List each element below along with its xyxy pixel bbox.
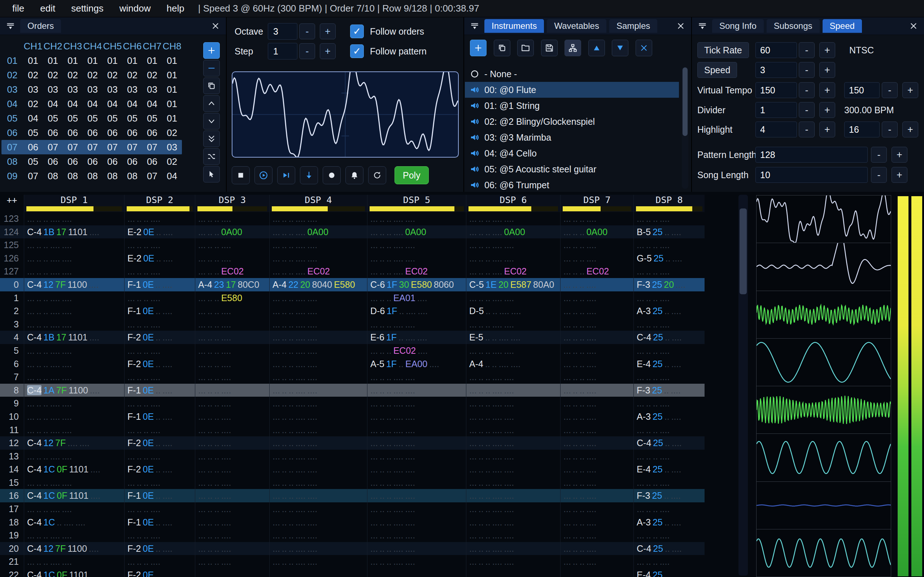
order-cell[interactable]: 01	[122, 53, 142, 68]
pattern-cell[interactable]: ...........	[195, 397, 269, 410]
tab-instruments[interactable]: Instruments	[485, 19, 544, 33]
order-cell[interactable]: 07	[102, 140, 122, 154]
order-cell[interactable]: 07	[23, 169, 43, 183]
pattern-cell[interactable]: ...............	[24, 502, 124, 516]
order-cell[interactable]: 05	[23, 126, 43, 140]
pattern-cell[interactable]: ...........	[560, 423, 633, 437]
pattern-cell[interactable]: ...............	[269, 436, 367, 450]
step-plus-button[interactable]: +	[320, 43, 336, 59]
order-cell[interactable]: 03	[82, 82, 102, 97]
pattern-cell[interactable]: ...............	[269, 568, 367, 577]
orders-row-09[interactable]: 090708080808080704	[2, 169, 182, 183]
pattern-cell[interactable]: ...............	[269, 384, 367, 397]
song-info-close-icon[interactable]	[908, 20, 920, 32]
order-edit-button[interactable]	[203, 166, 220, 182]
pattern-cell[interactable]: ...............	[24, 212, 124, 226]
pattern-cell[interactable]: E-425......	[633, 357, 704, 371]
pattern-cell[interactable]: D-61F..........	[367, 305, 466, 318]
pattern-cell[interactable]: F-325......	[633, 384, 704, 397]
order-cell[interactable]: 03	[102, 82, 122, 97]
pattern-cell[interactable]: ...........	[633, 502, 704, 516]
pattern-cell[interactable]: ...........	[560, 371, 633, 384]
pattern-cell[interactable]: ...........	[633, 423, 704, 437]
order-cell[interactable]: 08	[82, 169, 102, 183]
pattern-cell[interactable]: .......0A00	[560, 226, 633, 239]
pattern-cell[interactable]: ...........	[195, 489, 269, 502]
instruments-close-icon[interactable]	[675, 20, 687, 32]
pattern-row-7[interactable]: 7.......................................…	[0, 371, 704, 384]
orders-row-01[interactable]: 010101010101010101	[2, 53, 182, 68]
order-cell[interactable]: 08	[63, 169, 82, 183]
order-cell[interactable]: 03	[142, 82, 162, 97]
pattern-cell[interactable]: ...............	[269, 476, 367, 489]
instrument-item-none[interactable]: - None -	[465, 66, 679, 82]
pattern-cell[interactable]: ...............	[367, 555, 466, 568]
pattern-cell[interactable]: ...........	[195, 529, 269, 542]
pattern-cell[interactable]: E-61F..........	[367, 331, 466, 344]
order-cell[interactable]: 06	[122, 126, 142, 140]
pattern-cell[interactable]: ...........	[560, 305, 633, 318]
pattern-cell[interactable]: ...........	[560, 555, 633, 568]
pattern-cell[interactable]: ...........	[124, 476, 195, 489]
pattern-cell[interactable]: ...........	[633, 371, 704, 384]
orders-row-08[interactable]: 080506060606060602	[2, 154, 182, 169]
pattern-cell[interactable]: ...............	[24, 357, 124, 371]
order-cell[interactable]: 01	[43, 53, 63, 68]
order-cell[interactable]: 06	[142, 154, 162, 169]
pattern-row-9[interactable]: 9.......................................…	[0, 397, 704, 410]
instruments-scrollbar[interactable]	[682, 67, 688, 189]
order-cell[interactable]: 06	[63, 126, 82, 140]
order-cell[interactable]: 07	[43, 140, 63, 154]
instrument-item-0[interactable]: 00: @0 Flute	[465, 82, 679, 98]
pattern-row-1[interactable]: 1.................................E580..…	[0, 292, 704, 305]
move-order-down-button[interactable]	[203, 113, 220, 129]
pattern-cell[interactable]: .......0A00	[195, 226, 269, 239]
pattern-cell[interactable]: D-5............	[466, 305, 560, 318]
pattern-cell[interactable]: ...............	[24, 423, 124, 437]
pattern-row-16[interactable]: 16C-41C0F1101....F-10E..................…	[0, 489, 704, 502]
pattern-cell[interactable]: C-425......	[633, 331, 704, 344]
pattern-cell[interactable]: ...........	[195, 331, 269, 344]
pattern-cell[interactable]: E-425......	[633, 568, 704, 577]
pattern-cell[interactable]: ...............	[466, 371, 560, 384]
order-cell[interactable]: 01	[162, 111, 182, 126]
pattern-cell[interactable]: ...........	[560, 502, 633, 516]
pattern-cell[interactable]: A-4............	[466, 357, 560, 371]
delete-instrument-button[interactable]	[636, 40, 652, 56]
pattern-cell[interactable]: ...........	[124, 555, 195, 568]
pattern-cell[interactable]: ...........	[633, 555, 704, 568]
pattern-row-17[interactable]: 17......................................…	[0, 502, 704, 516]
orders-row-03[interactable]: 030303030303030301	[2, 82, 182, 97]
order-cell[interactable]: 06	[122, 154, 142, 169]
order-cell[interactable]: 02	[23, 97, 43, 111]
pattern-row-14[interactable]: 14C-41C0F1101....F-20E..................…	[0, 463, 704, 476]
order-cell[interactable]: 03	[23, 82, 43, 97]
tab-orders[interactable]: Orders	[20, 19, 61, 33]
pattern-cell[interactable]: A-325......	[633, 516, 704, 529]
octave-minus-button[interactable]: -	[299, 23, 315, 39]
order-cell[interactable]: 07	[142, 169, 162, 183]
pattern-cell[interactable]: ...........	[195, 239, 269, 252]
pattern-cell[interactable]: ...............	[269, 239, 367, 252]
pattern-row-11[interactable]: 11......................................…	[0, 423, 704, 437]
remove-order-button[interactable]	[203, 60, 220, 76]
pattern-cell[interactable]: ...............	[367, 371, 466, 384]
order-cell[interactable]: 02	[162, 154, 182, 169]
follow-pattern-checkbox[interactable]: ✓	[350, 44, 364, 58]
pattern-cell[interactable]: ...............	[269, 450, 367, 463]
pattern-cell[interactable]: ...............	[24, 476, 124, 489]
pattern-cell[interactable]: ...........	[195, 436, 269, 450]
step-minus-button[interactable]: -	[299, 43, 315, 59]
pattern-cell[interactable]: ...............	[24, 265, 124, 278]
pattern-cell[interactable]: ...............	[367, 542, 466, 555]
order-cell[interactable]: 02	[162, 126, 182, 140]
order-cell[interactable]: 05	[82, 111, 102, 126]
pattern-cell[interactable]: ...............	[269, 252, 367, 265]
pattern-row-18[interactable]: 18C-41C..........F-10E..................…	[0, 516, 704, 529]
pattern-cell[interactable]: .......EC02	[195, 265, 269, 278]
pattern-cell[interactable]: ...............	[466, 423, 560, 437]
pattern-cell[interactable]: ...........	[195, 305, 269, 318]
pattern-cell[interactable]: F-10E......	[124, 384, 195, 397]
pattern-cell[interactable]: ...........	[560, 278, 633, 292]
pattern-cell[interactable]: F-32520....	[633, 278, 704, 292]
